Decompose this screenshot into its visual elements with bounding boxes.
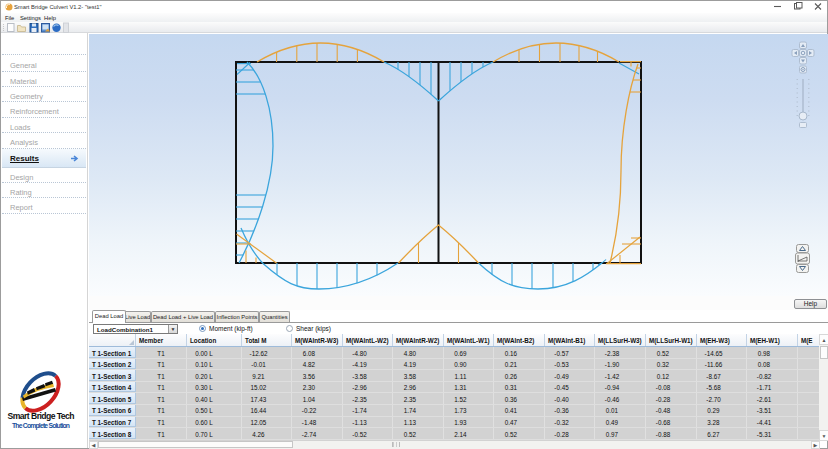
svg-text:Smart Bridge Tech: Smart Bridge Tech bbox=[8, 411, 75, 421]
svg-text:The Complete Solution: The Complete Solution bbox=[12, 422, 70, 430]
